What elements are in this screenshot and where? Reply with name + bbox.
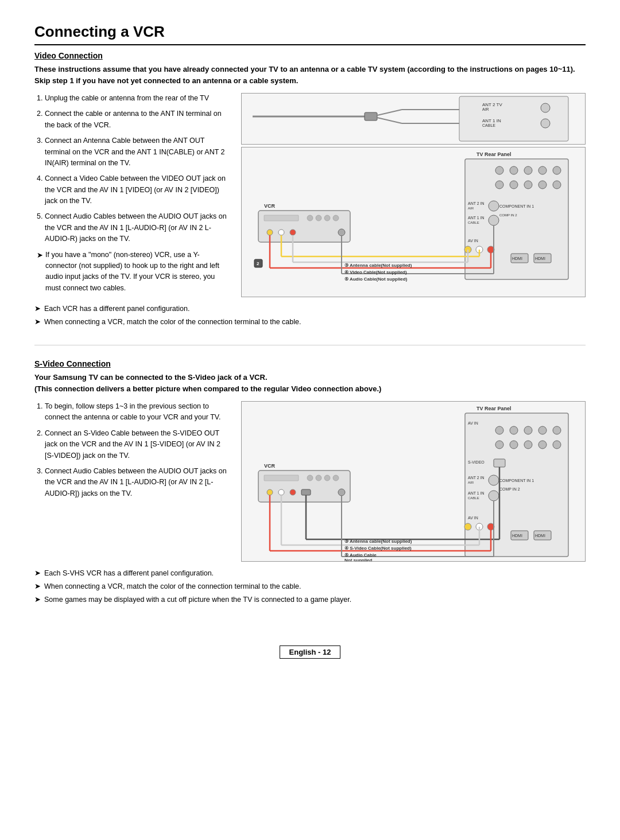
svg-rect-110 <box>301 489 311 495</box>
svideo-step-1: To begin, follow steps 1~3 in the previo… <box>45 401 230 423</box>
video-diagram-main: TV Rear Panel <box>241 147 586 297</box>
arrow-icon: ➤ <box>34 303 41 314</box>
svg-text:③ Antenna cable(Not supplied): ③ Antenna cable(Not supplied) <box>344 539 412 544</box>
svg-text:COMPONENT IN 1: COMPONENT IN 1 <box>499 479 534 483</box>
svg-text:③ Antenna cable(Not supplied): ③ Antenna cable(Not supplied) <box>344 263 412 268</box>
svg-point-76 <box>553 426 561 434</box>
svg-point-86 <box>489 475 499 485</box>
svg-point-17 <box>524 166 532 174</box>
video-intro: These instructions assume that you have … <box>34 64 586 86</box>
video-note-2: ➤ When connecting a VCR, match the color… <box>34 316 586 328</box>
video-step-5: Connect Audio Cables between the AUDIO O… <box>45 211 230 244</box>
svideo-intro: Your Samsung TV can be connected to the … <box>34 372 586 394</box>
svg-point-50 <box>290 230 296 235</box>
svg-point-15 <box>495 166 503 174</box>
video-bottom-notes: ➤ Each VCR has a different panel configu… <box>34 303 586 328</box>
svg-text:④ S-Video Cable(Not supplied): ④ S-Video Cable(Not supplied) <box>344 546 412 551</box>
arrow-icon: ➤ <box>34 581 41 592</box>
svg-point-20 <box>495 181 503 189</box>
svg-point-60 <box>338 229 345 236</box>
svideo-note-2-text: When connecting a VCR, match the color o… <box>44 581 301 592</box>
svg-point-81 <box>553 441 561 449</box>
svg-text:HDMI: HDMI <box>512 256 522 260</box>
svg-text:COMPONENT IN 1: COMPONENT IN 1 <box>499 204 534 208</box>
arrow-icon: ➤ <box>34 594 41 605</box>
svg-text:CABLE: CABLE <box>468 221 479 224</box>
svideo-steps-list: To begin, follow steps 1~3 in the previo… <box>34 401 230 499</box>
arrow-icon: ➤ <box>34 316 41 328</box>
arrow-icon: ➤ <box>37 250 43 294</box>
svg-point-106 <box>333 475 339 481</box>
svg-point-46 <box>324 215 330 221</box>
svg-point-72 <box>495 426 503 434</box>
svideo-connection-title: S-Video Connection <box>34 359 586 368</box>
svideo-note-3: ➤ Some games may be displayed with a cut… <box>34 594 586 605</box>
svg-text:HDMI: HDMI <box>535 534 545 538</box>
arrow-icon: ➤ <box>34 567 41 579</box>
svg-text:AV IN: AV IN <box>468 516 478 520</box>
svg-text:CABLE: CABLE <box>482 123 495 127</box>
svg-text:COMP IN 2: COMP IN 2 <box>499 487 520 491</box>
video-connection-section: Video Connection These instructions assu… <box>34 51 586 328</box>
svg-text:HDMI: HDMI <box>512 534 522 538</box>
svg-text:⑤ Audio Cable: ⑤ Audio Cable <box>344 553 377 558</box>
svg-point-16 <box>510 166 518 174</box>
video-step-2: Connect the cable or antenna to the ANT … <box>45 108 230 131</box>
svideo-diagram-main: TV Rear Panel AV IN S-V <box>241 401 586 562</box>
page-title: Connecting a VCR <box>34 23 586 45</box>
svideo-note-1-text: Each S-VHS VCR has a different panel con… <box>44 567 214 579</box>
svg-point-48 <box>267 230 273 235</box>
svg-text:HDMI: HDMI <box>535 256 545 260</box>
svideo-connection-section: S-Video Connection Your Samsung TV can b… <box>34 359 586 605</box>
svg-point-103 <box>307 475 313 481</box>
video-steps-list: Unplug the cable or antenna from the rea… <box>34 93 230 245</box>
video-note-2-text: When connecting a VCR, match the color o… <box>44 316 301 328</box>
svideo-intro-line1: Your Samsung TV can be connected to the … <box>34 373 268 382</box>
svg-line-10 <box>377 118 402 123</box>
svg-point-79 <box>524 441 532 449</box>
video-step-1: Unplug the cable or antenna from the rea… <box>45 93 230 104</box>
svg-text:CABLE: CABLE <box>468 496 479 500</box>
svg-text:2: 2 <box>257 261 259 266</box>
svideo-content-area: To begin, follow steps 1~3 in the previo… <box>34 401 586 562</box>
svg-text:VCR: VCR <box>264 463 276 469</box>
svg-text:AV IN: AV IN <box>468 239 478 243</box>
svg-point-108 <box>278 489 284 495</box>
svg-point-19 <box>553 166 561 174</box>
svg-point-45 <box>316 215 321 221</box>
svg-point-74 <box>524 426 532 434</box>
video-note-1: ➤ Each VCR has a different panel configu… <box>34 303 586 314</box>
svideo-step-3: Connect Audio Cables between the AUDIO O… <box>45 466 230 499</box>
video-content-area: Unplug the cable or antenna from the rea… <box>34 93 586 297</box>
svg-point-27 <box>489 201 499 211</box>
svg-point-105 <box>324 475 330 481</box>
video-instructions: Unplug the cable or antenna from the rea… <box>34 93 230 297</box>
video-arrow-note-1: ➤ If you have a "mono" (non-stereo) VCR,… <box>34 250 230 294</box>
svideo-step-2: Connect an S-Video Cable between the S-V… <box>45 428 230 461</box>
svg-point-22 <box>524 181 532 189</box>
svg-text:TV Rear Panel: TV Rear Panel <box>476 151 512 157</box>
svg-point-30 <box>489 215 499 225</box>
svg-point-111 <box>338 489 345 496</box>
svg-point-44 <box>307 215 313 221</box>
svg-point-78 <box>510 441 518 449</box>
svg-text:TV Rear Panel: TV Rear Panel <box>476 406 512 411</box>
svg-text:AIR: AIR <box>482 107 489 111</box>
svg-point-93 <box>464 523 471 530</box>
section-divider <box>34 345 586 345</box>
svg-text:ANT 2 IN: ANT 2 IN <box>468 476 485 480</box>
svg-rect-102 <box>264 475 299 481</box>
video-step-3: Connect an Antenna Cable between the ANT… <box>45 135 230 169</box>
svg-text:④ Video Cable(Not supplied): ④ Video Cable(Not supplied) <box>344 270 407 275</box>
svg-point-104 <box>316 475 321 481</box>
svg-point-24 <box>553 181 561 189</box>
svg-point-77 <box>495 441 503 449</box>
svg-point-107 <box>267 489 273 495</box>
svg-text:ANT 2 TV: ANT 2 TV <box>482 102 502 107</box>
svg-point-75 <box>538 426 547 434</box>
svg-text:S-VIDEO: S-VIDEO <box>468 460 485 464</box>
svideo-note-3-text: Some games may be displayed with a cut o… <box>44 594 351 605</box>
svg-point-80 <box>538 441 547 449</box>
svg-text:AIR: AIR <box>468 481 474 484</box>
svg-point-109 <box>290 489 296 495</box>
